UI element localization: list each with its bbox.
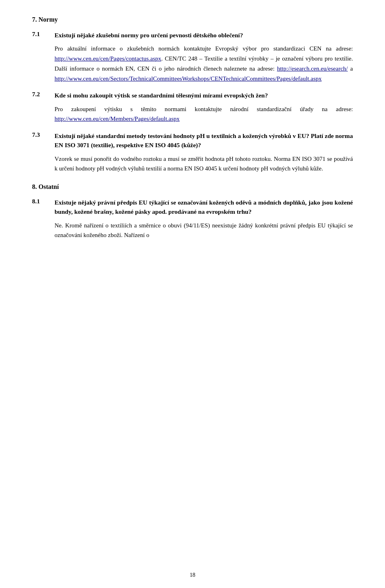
answer-71-text: Pro aktuální informace o zkušebních norm… bbox=[55, 44, 353, 83]
question-71-text: Existují nějaké zkušební normy pro určen… bbox=[55, 30, 353, 40]
question-72-content: Kde si mohu zakoupit výtisk se standardn… bbox=[55, 91, 353, 124]
page-number: 18 bbox=[0, 572, 385, 578]
question-71-number: 7.1 bbox=[32, 30, 55, 83]
link-cen-members[interactable]: http://www.cen.eu/cen/Members/Pages/defa… bbox=[55, 116, 180, 122]
question-73-block: 7.3 Existují nějaké standardní metody te… bbox=[32, 131, 353, 174]
question-81-block: 8.1 Existuje nějaký právní předpis EU tý… bbox=[32, 198, 353, 240]
page: 7. Normy 7.1 Existují nějaké zkušební no… bbox=[0, 0, 385, 588]
question-81-number: 8.1 bbox=[32, 198, 55, 240]
answer-73-text: Vzorek se musí ponořit do vodného roztok… bbox=[55, 154, 353, 174]
answer-72-text: Pro zakoupení výtisku s těmito normami k… bbox=[55, 104, 353, 124]
question-72-text: Kde si mohu zakoupit výtisk se standardn… bbox=[55, 91, 353, 100]
section-8-heading: 8. Ostatní bbox=[32, 183, 353, 191]
question-72-number: 7.2 bbox=[32, 91, 55, 124]
question-72-block: 7.2 Kde si mohu zakoupit výtisk se stand… bbox=[32, 91, 353, 124]
link-esearch[interactable]: http://esearch.cen.eu/esearch/ bbox=[277, 65, 348, 72]
section-7-heading: 7. Normy bbox=[32, 16, 353, 23]
question-71-content: Existují nějaké zkušební normy pro určen… bbox=[55, 30, 353, 83]
question-81-content: Existuje nějaký právní předpis EU týkají… bbox=[55, 198, 353, 240]
question-73-text: Existují nějaké standardní metody testov… bbox=[55, 131, 353, 150]
link-cen-contactus[interactable]: http://www.cen.eu/cen/Pages/contactus.as… bbox=[55, 55, 161, 62]
question-71-block: 7.1 Existují nějaké zkušební normy pro u… bbox=[32, 30, 353, 83]
question-73-content: Existují nějaké standardní metody testov… bbox=[55, 131, 353, 174]
answer-81-text: Ne. Kromě nařízení o textiliích a směrni… bbox=[55, 221, 353, 241]
link-cen-sectors[interactable]: http://www.cen.eu/cen/Sectors/TechnicalC… bbox=[55, 75, 322, 82]
question-73-number: 7.3 bbox=[32, 131, 55, 174]
question-81-text: Existuje nějaký právní předpis EU týkají… bbox=[55, 198, 353, 217]
